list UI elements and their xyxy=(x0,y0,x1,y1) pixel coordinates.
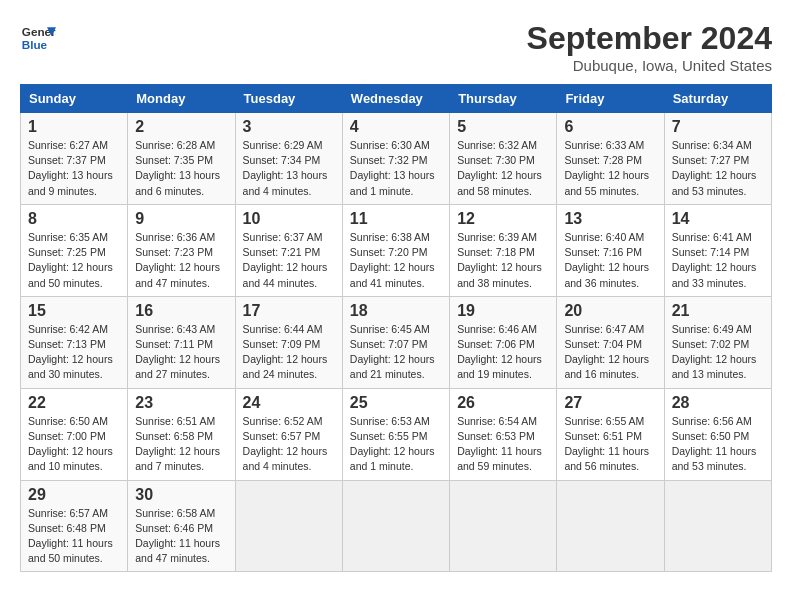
day-info: Sunrise: 6:36 AM Sunset: 7:23 PM Dayligh… xyxy=(135,230,227,291)
logo: General Blue xyxy=(20,20,56,56)
sunset-label: Sunset: 6:55 PM xyxy=(350,430,428,442)
calendar-cell: 18 Sunrise: 6:45 AM Sunset: 7:07 PM Dayl… xyxy=(342,296,449,388)
sunrise-label: Sunrise: 6:34 AM xyxy=(672,139,752,151)
day-info: Sunrise: 6:58 AM Sunset: 6:46 PM Dayligh… xyxy=(135,506,227,567)
day-info: Sunrise: 6:45 AM Sunset: 7:07 PM Dayligh… xyxy=(350,322,442,383)
sunset-label: Sunset: 7:18 PM xyxy=(457,246,535,258)
page-header: General Blue September 2024 Dubuque, Iow… xyxy=(20,20,772,74)
col-friday: Friday xyxy=(557,85,664,113)
page-subtitle: Dubuque, Iowa, United States xyxy=(527,57,772,74)
col-tuesday: Tuesday xyxy=(235,85,342,113)
calendar-cell: 2 Sunrise: 6:28 AM Sunset: 7:35 PM Dayli… xyxy=(128,113,235,205)
sunset-label: Sunset: 7:16 PM xyxy=(564,246,642,258)
day-number: 11 xyxy=(350,210,442,228)
sunset-label: Sunset: 7:27 PM xyxy=(672,154,750,166)
day-info: Sunrise: 6:51 AM Sunset: 6:58 PM Dayligh… xyxy=(135,414,227,475)
day-info: Sunrise: 6:55 AM Sunset: 6:51 PM Dayligh… xyxy=(564,414,656,475)
daylight-label: Daylight: 12 hours and 47 minutes. xyxy=(135,261,220,288)
daylight-label: Daylight: 12 hours and 4 minutes. xyxy=(243,445,328,472)
sunset-label: Sunset: 6:51 PM xyxy=(564,430,642,442)
title-block: September 2024 Dubuque, Iowa, United Sta… xyxy=(527,20,772,74)
sunrise-label: Sunrise: 6:39 AM xyxy=(457,231,537,243)
calendar-cell: 27 Sunrise: 6:55 AM Sunset: 6:51 PM Dayl… xyxy=(557,388,664,480)
day-info: Sunrise: 6:52 AM Sunset: 6:57 PM Dayligh… xyxy=(243,414,335,475)
sunrise-label: Sunrise: 6:55 AM xyxy=(564,415,644,427)
day-number: 3 xyxy=(243,118,335,136)
sunset-label: Sunset: 7:30 PM xyxy=(457,154,535,166)
daylight-label: Daylight: 13 hours and 9 minutes. xyxy=(28,169,113,196)
day-number: 19 xyxy=(457,302,549,320)
day-number: 13 xyxy=(564,210,656,228)
sunrise-label: Sunrise: 6:56 AM xyxy=(672,415,752,427)
sunset-label: Sunset: 7:37 PM xyxy=(28,154,106,166)
sunset-label: Sunset: 7:06 PM xyxy=(457,338,535,350)
sunset-label: Sunset: 6:57 PM xyxy=(243,430,321,442)
logo-icon: General Blue xyxy=(20,20,56,56)
day-info: Sunrise: 6:40 AM Sunset: 7:16 PM Dayligh… xyxy=(564,230,656,291)
sunrise-label: Sunrise: 6:46 AM xyxy=(457,323,537,335)
day-number: 21 xyxy=(672,302,764,320)
calendar-cell: 17 Sunrise: 6:44 AM Sunset: 7:09 PM Dayl… xyxy=(235,296,342,388)
calendar-week-2: 8 Sunrise: 6:35 AM Sunset: 7:25 PM Dayli… xyxy=(21,204,772,296)
daylight-label: Daylight: 12 hours and 50 minutes. xyxy=(28,261,113,288)
day-number: 7 xyxy=(672,118,764,136)
daylight-label: Daylight: 13 hours and 6 minutes. xyxy=(135,169,220,196)
day-number: 17 xyxy=(243,302,335,320)
sunrise-label: Sunrise: 6:30 AM xyxy=(350,139,430,151)
daylight-label: Daylight: 11 hours and 50 minutes. xyxy=(28,537,113,564)
daylight-label: Daylight: 12 hours and 55 minutes. xyxy=(564,169,649,196)
day-number: 30 xyxy=(135,486,227,504)
calendar-cell: 9 Sunrise: 6:36 AM Sunset: 7:23 PM Dayli… xyxy=(128,204,235,296)
sunset-label: Sunset: 7:13 PM xyxy=(28,338,106,350)
day-info: Sunrise: 6:28 AM Sunset: 7:35 PM Dayligh… xyxy=(135,138,227,199)
day-number: 22 xyxy=(28,394,120,412)
sunrise-label: Sunrise: 6:57 AM xyxy=(28,507,108,519)
daylight-label: Daylight: 11 hours and 47 minutes. xyxy=(135,537,220,564)
sunset-label: Sunset: 7:20 PM xyxy=(350,246,428,258)
calendar-week-4: 22 Sunrise: 6:50 AM Sunset: 7:00 PM Dayl… xyxy=(21,388,772,480)
daylight-label: Daylight: 12 hours and 7 minutes. xyxy=(135,445,220,472)
sunrise-label: Sunrise: 6:40 AM xyxy=(564,231,644,243)
sunset-label: Sunset: 6:58 PM xyxy=(135,430,213,442)
calendar-cell: 11 Sunrise: 6:38 AM Sunset: 7:20 PM Dayl… xyxy=(342,204,449,296)
calendar-cell: 5 Sunrise: 6:32 AM Sunset: 7:30 PM Dayli… xyxy=(450,113,557,205)
day-info: Sunrise: 6:43 AM Sunset: 7:11 PM Dayligh… xyxy=(135,322,227,383)
day-info: Sunrise: 6:54 AM Sunset: 6:53 PM Dayligh… xyxy=(457,414,549,475)
calendar-cell xyxy=(235,480,342,572)
daylight-label: Daylight: 12 hours and 10 minutes. xyxy=(28,445,113,472)
calendar-cell xyxy=(450,480,557,572)
sunset-label: Sunset: 7:32 PM xyxy=(350,154,428,166)
sunrise-label: Sunrise: 6:32 AM xyxy=(457,139,537,151)
day-number: 15 xyxy=(28,302,120,320)
daylight-label: Daylight: 13 hours and 1 minute. xyxy=(350,169,435,196)
day-info: Sunrise: 6:47 AM Sunset: 7:04 PM Dayligh… xyxy=(564,322,656,383)
col-wednesday: Wednesday xyxy=(342,85,449,113)
day-number: 28 xyxy=(672,394,764,412)
daylight-label: Daylight: 12 hours and 44 minutes. xyxy=(243,261,328,288)
day-info: Sunrise: 6:57 AM Sunset: 6:48 PM Dayligh… xyxy=(28,506,120,567)
day-info: Sunrise: 6:39 AM Sunset: 7:18 PM Dayligh… xyxy=(457,230,549,291)
calendar-cell: 14 Sunrise: 6:41 AM Sunset: 7:14 PM Dayl… xyxy=(664,204,771,296)
daylight-label: Daylight: 12 hours and 53 minutes. xyxy=(672,169,757,196)
sunrise-label: Sunrise: 6:47 AM xyxy=(564,323,644,335)
sunrise-label: Sunrise: 6:41 AM xyxy=(672,231,752,243)
calendar-cell: 25 Sunrise: 6:53 AM Sunset: 6:55 PM Dayl… xyxy=(342,388,449,480)
daylight-label: Daylight: 11 hours and 53 minutes. xyxy=(672,445,757,472)
sunrise-label: Sunrise: 6:38 AM xyxy=(350,231,430,243)
day-info: Sunrise: 6:42 AM Sunset: 7:13 PM Dayligh… xyxy=(28,322,120,383)
day-number: 29 xyxy=(28,486,120,504)
day-info: Sunrise: 6:32 AM Sunset: 7:30 PM Dayligh… xyxy=(457,138,549,199)
col-saturday: Saturday xyxy=(664,85,771,113)
daylight-label: Daylight: 12 hours and 21 minutes. xyxy=(350,353,435,380)
day-info: Sunrise: 6:35 AM Sunset: 7:25 PM Dayligh… xyxy=(28,230,120,291)
sunrise-label: Sunrise: 6:33 AM xyxy=(564,139,644,151)
sunrise-label: Sunrise: 6:54 AM xyxy=(457,415,537,427)
calendar-cell: 26 Sunrise: 6:54 AM Sunset: 6:53 PM Dayl… xyxy=(450,388,557,480)
calendar-week-5: 29 Sunrise: 6:57 AM Sunset: 6:48 PM Dayl… xyxy=(21,480,772,572)
daylight-label: Daylight: 12 hours and 58 minutes. xyxy=(457,169,542,196)
sunrise-label: Sunrise: 6:43 AM xyxy=(135,323,215,335)
calendar-body: 1 Sunrise: 6:27 AM Sunset: 7:37 PM Dayli… xyxy=(21,113,772,572)
sunset-label: Sunset: 7:09 PM xyxy=(243,338,321,350)
day-info: Sunrise: 6:33 AM Sunset: 7:28 PM Dayligh… xyxy=(564,138,656,199)
daylight-label: Daylight: 12 hours and 27 minutes. xyxy=(135,353,220,380)
